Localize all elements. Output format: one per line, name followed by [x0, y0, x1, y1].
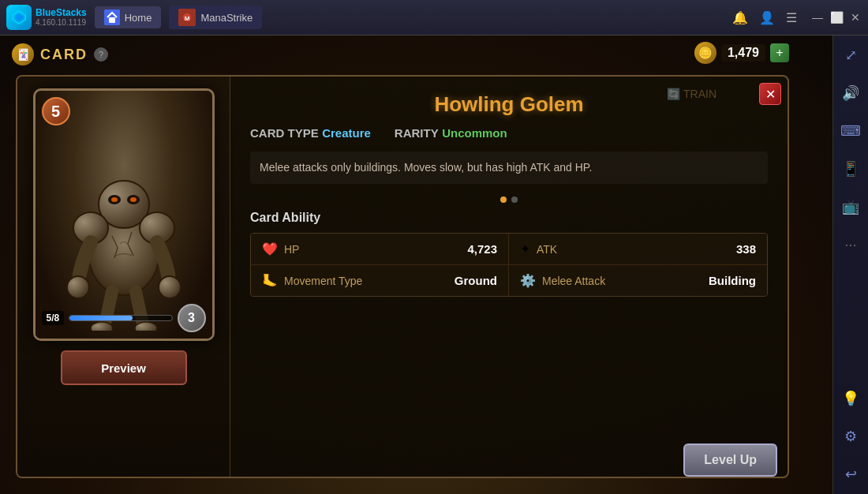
card-rarity-group: RARITY Uncommon — [395, 126, 507, 140]
card-frame: 5 — [33, 88, 215, 341]
coin-display: 🪙 1,479 + — [694, 42, 789, 64]
stat-movement: 🦶 Movement Type Ground — [251, 265, 509, 296]
svg-point-15 — [67, 276, 89, 298]
card-help-button[interactable]: ? — [94, 47, 108, 62]
bluestacks-version: BlueStacks 4.160.10.1119 — [36, 7, 87, 28]
account-icon[interactable]: 👤 — [759, 10, 775, 25]
preview-button[interactable]: Preview — [61, 350, 187, 385]
bell-icon[interactable]: 🔔 — [732, 10, 748, 25]
card-level-text: 5/8 — [42, 311, 65, 325]
sidebar-bulb-icon[interactable]: 💡 — [839, 387, 862, 410]
card-rarity-label: RARITY — [395, 126, 439, 140]
card-type-label: CARD TYPE — [250, 126, 319, 140]
atk-value: 338 — [736, 242, 756, 256]
game-area: 🃏 CARD ? 🪙 1,479 + ✕ 🔄 TRAIN 5 — [0, 36, 832, 494]
dot-1[interactable] — [500, 196, 507, 203]
melee-value: Building — [709, 274, 756, 287]
tab-home[interactable]: Home — [95, 6, 162, 28]
svg-point-12 — [130, 197, 137, 202]
game-tab-icon: M — [178, 9, 196, 26]
sidebar-settings-icon[interactable]: ⚙ — [839, 425, 862, 448]
card-ability-header: Card Ability — [250, 211, 768, 225]
bluestacks-logo: BlueStacks 4.160.10.1119 — [6, 5, 87, 30]
tab-manastrike[interactable]: M ManaStrike — [169, 6, 262, 29]
home-tab-icon — [104, 9, 120, 25]
card-description: Melee attacks only buildings. Moves slow… — [250, 152, 768, 184]
topbar: BlueStacks 4.160.10.1119 Home M ManaStri… — [0, 0, 868, 36]
topbar-icons: 🔔 👤 ☰ — [732, 10, 797, 25]
sidebar-more-icon[interactable]: ··· — [839, 233, 862, 256]
card-type-row: CARD TYPE Creature RARITY Uncommon — [250, 126, 768, 140]
card-header-icon: 🃏 — [12, 43, 34, 65]
right-sidebar: ⤢ 🔊 ⌨ 📱 📺 ··· 💡 ⚙ ↩ — [832, 36, 868, 494]
level-up-button[interactable]: Level Up — [683, 443, 777, 477]
card-mana-cost: 5 — [42, 97, 70, 125]
card-image — [36, 91, 212, 339]
svg-point-11 — [111, 197, 118, 202]
card-detail-panel: ✕ 🔄 TRAIN 5 — [16, 75, 789, 478]
coin-icon: 🪙 — [694, 42, 716, 64]
sidebar-expand-icon[interactable]: ⤢ — [839, 43, 862, 67]
hp-label: HP — [284, 243, 461, 256]
add-coin-button[interactable]: + — [770, 43, 789, 62]
card-type-group: CARD TYPE Creature — [250, 126, 371, 140]
atk-icon: ✦ — [520, 241, 530, 256]
stats-grid: ❤️ HP 4,723 ✦ ATK 338 🦶 Movement Type Gr… — [250, 233, 768, 297]
train-label: 🔄 TRAIN — [667, 88, 716, 100]
sidebar-keyboard-icon[interactable]: ⌨ — [839, 119, 862, 143]
minimize-button[interactable]: — — [811, 11, 824, 24]
card-creature-svg — [61, 141, 187, 331]
card-section-label: 🃏 CARD ? — [12, 43, 108, 65]
card-xp-fill — [69, 316, 133, 320]
stat-atk: ✦ ATK 338 — [509, 234, 767, 265]
sidebar-device-icon[interactable]: 📱 — [839, 157, 862, 181]
bluestacks-icon — [6, 5, 32, 30]
maximize-button[interactable]: ⬜ — [830, 11, 843, 24]
dot-2[interactable] — [511, 196, 518, 203]
close-window-button[interactable]: ✕ — [849, 11, 862, 24]
movement-value: Ground — [455, 274, 497, 287]
card-xp-bar — [69, 315, 172, 321]
movement-icon: 🦶 — [262, 273, 278, 288]
card-left-panel: 5 — [17, 77, 230, 477]
melee-label: Melee Attack — [542, 275, 702, 287]
dots-indicator — [250, 196, 768, 203]
card-type-value: Creature — [322, 126, 371, 140]
sidebar-volume-icon[interactable]: 🔊 — [839, 81, 862, 105]
movement-label: Movement Type — [284, 275, 448, 287]
game-tab-label: ManaStrike — [200, 12, 253, 24]
svg-point-16 — [159, 276, 181, 298]
window-controls: — ⬜ ✕ — [811, 11, 862, 24]
stat-melee: ⚙️ Melee Attack Building — [509, 265, 767, 296]
stat-hp: ❤️ HP 4,723 — [251, 234, 509, 265]
card-rarity-value: Uncommon — [442, 126, 507, 140]
coin-amount: 1,479 — [721, 44, 765, 62]
hp-icon: ❤️ — [262, 241, 278, 256]
svg-text:M: M — [185, 15, 190, 22]
card-tier-badge: 3 — [178, 304, 206, 332]
home-tab-label: Home — [125, 12, 152, 24]
card-level-bar: 5/8 3 — [42, 304, 206, 332]
hp-value: 4,723 — [467, 242, 497, 256]
menu-icon[interactable]: ☰ — [786, 10, 797, 25]
card-header-text: CARD — [40, 47, 88, 63]
svg-rect-3 — [109, 17, 115, 23]
close-button[interactable]: ✕ — [759, 83, 781, 105]
melee-icon: ⚙️ — [520, 273, 536, 288]
svg-marker-1 — [15, 13, 23, 21]
sidebar-back-icon[interactable]: ↩ — [839, 462, 862, 486]
card-right-panel: Howling Golem CARD TYPE Creature RARITY … — [230, 77, 788, 477]
sidebar-tv-icon[interactable]: 📺 — [839, 195, 862, 219]
atk-label: ATK — [537, 243, 730, 256]
